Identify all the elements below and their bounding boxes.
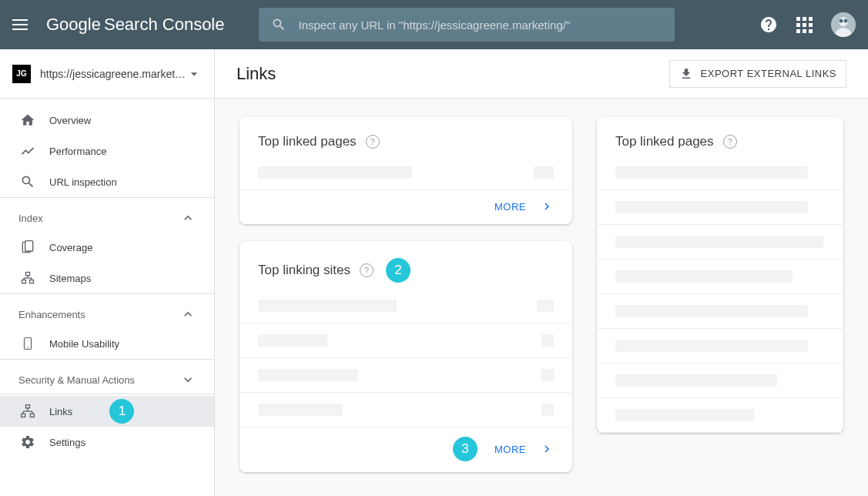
help-circle-icon[interactable]: ?	[723, 135, 737, 149]
annotation-badge-2: 2	[386, 258, 411, 283]
menu-hamburger-icon[interactable]	[12, 15, 31, 34]
apps-grid-icon[interactable]	[796, 17, 813, 33]
mobile-icon	[18, 334, 37, 353]
section-index[interactable]: Index	[0, 197, 214, 232]
nav-label: Sitemaps	[49, 273, 91, 284]
svg-rect-16	[26, 405, 30, 408]
card-title: Top linked pages	[258, 134, 357, 149]
annotation-badge-1: 1	[109, 399, 134, 424]
card-top-linking-sites: Top linking sites ? 2 3 MORE	[240, 241, 572, 472]
download-icon	[679, 67, 693, 81]
nav-label: Settings	[49, 437, 85, 448]
nav-label: Performance	[49, 146, 106, 157]
nav-overview[interactable]: Overview	[0, 105, 214, 136]
search-icon	[18, 173, 37, 191]
coverage-icon	[18, 238, 37, 256]
list-item	[597, 224, 843, 259]
list-item	[240, 323, 572, 357]
svg-point-3	[840, 19, 843, 23]
section-label: Index	[18, 213, 43, 224]
app-header: Google Search Console	[0, 0, 868, 49]
svg-rect-6	[25, 241, 33, 251]
logo: Google Search Console	[46, 15, 225, 35]
property-label: https://jessicagreene.marketi…	[40, 68, 186, 80]
nav-links[interactable]: Links 1	[0, 396, 214, 427]
performance-icon	[18, 142, 37, 160]
annotation-badge-3: 3	[453, 437, 478, 461]
gear-icon	[18, 433, 37, 451]
search-bar[interactable]	[259, 8, 675, 42]
card-title: Top linking sites	[258, 263, 350, 278]
list-item	[597, 397, 843, 433]
svg-rect-17	[22, 414, 25, 417]
export-button[interactable]: EXPORT EXTERNAL LINKS	[669, 60, 846, 88]
search-input[interactable]	[299, 18, 662, 32]
svg-rect-8	[22, 280, 26, 283]
avatar[interactable]	[831, 12, 856, 37]
section-label: Enhancements	[18, 309, 85, 320]
list-item	[240, 357, 572, 392]
help-circle-icon[interactable]: ?	[366, 135, 380, 149]
sitemaps-icon	[18, 269, 37, 287]
nav-mobile-usability[interactable]: Mobile Usability	[0, 328, 214, 359]
export-label: EXPORT EXTERNAL LINKS	[701, 68, 836, 79]
card-top-linked-pages-2: Top linked pages ?	[597, 117, 843, 433]
chevron-right-icon	[540, 442, 554, 456]
nav-label: Coverage	[49, 242, 92, 253]
nav-url-inspection[interactable]: URL inspection	[0, 166, 214, 197]
svg-rect-7	[26, 273, 30, 276]
section-label: Security & Manual Actions	[18, 374, 135, 386]
search-icon	[271, 17, 287, 32]
nav-performance[interactable]: Performance	[0, 136, 214, 166]
svg-rect-18	[30, 414, 34, 417]
content-area: Links EXPORT EXTERNAL LINKS Top linked p…	[215, 49, 868, 496]
svg-point-4	[844, 19, 848, 23]
sidebar: JG https://jessicagreene.marketi… Overvi…	[0, 49, 215, 496]
list-item	[597, 189, 843, 224]
list-item	[597, 328, 843, 363]
chevron-up-icon	[180, 307, 196, 322]
nav-label: Links	[49, 406, 72, 417]
nav-label: Overview	[49, 115, 91, 126]
dropdown-arrow-icon	[186, 66, 202, 82]
page-header: Links EXPORT EXTERNAL LINKS	[215, 49, 868, 99]
list-item	[597, 163, 843, 189]
help-circle-icon[interactable]: ?	[360, 263, 374, 277]
more-link[interactable]: MORE	[494, 444, 526, 455]
nav-coverage[interactable]: Coverage	[0, 232, 214, 263]
logo-search-console: Search Console	[104, 15, 225, 35]
nav-label: URL inspection	[49, 176, 117, 188]
list-item	[240, 163, 572, 189]
logo-google: Google	[46, 15, 101, 35]
list-item	[240, 392, 572, 427]
svg-rect-9	[30, 280, 34, 283]
property-selector[interactable]: JG https://jessicagreene.marketi…	[0, 49, 214, 99]
chevron-right-icon	[540, 199, 554, 213]
chevron-down-icon	[180, 372, 196, 387]
card-top-linked-pages: Top linked pages ? MORE	[240, 117, 572, 224]
property-icon: JG	[12, 65, 31, 83]
nav-sitemaps[interactable]: Sitemaps	[0, 263, 214, 293]
chevron-up-icon	[180, 210, 196, 226]
section-security[interactable]: Security & Manual Actions	[0, 359, 214, 394]
links-icon	[18, 402, 37, 421]
list-item	[597, 363, 843, 397]
more-link[interactable]: MORE	[494, 201, 526, 213]
nav-settings[interactable]: Settings	[0, 427, 214, 457]
nav-label: Mobile Usability	[49, 338, 119, 350]
list-item	[597, 293, 843, 328]
list-item	[240, 297, 572, 323]
page-title: Links	[236, 64, 276, 84]
list-item	[597, 259, 843, 293]
help-icon[interactable]	[759, 15, 778, 34]
section-enhancements[interactable]: Enhancements	[0, 293, 214, 328]
card-title: Top linked pages	[615, 134, 714, 149]
home-icon	[18, 111, 37, 129]
